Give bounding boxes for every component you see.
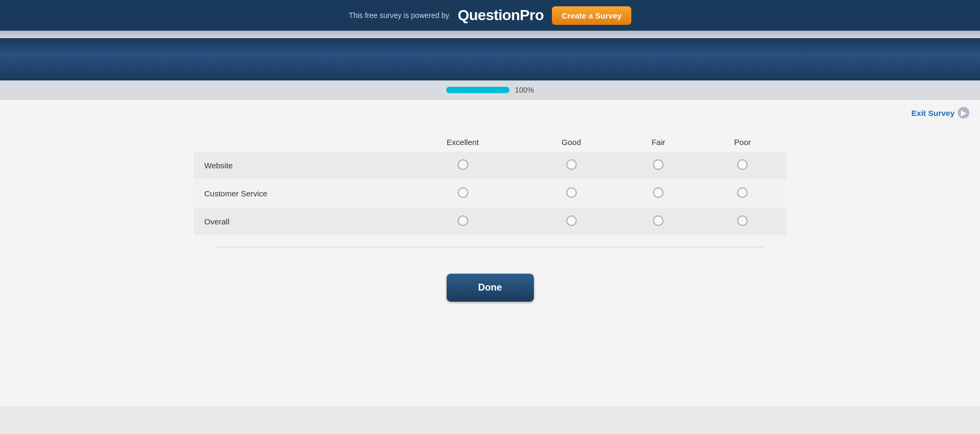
exit-survey-bar: Exit Survey ▶	[0, 100, 980, 122]
cell-fair	[618, 179, 698, 207]
row-label: Customer Service	[194, 179, 401, 207]
radio-good[interactable]	[566, 187, 577, 198]
col-header-poor: Poor	[698, 132, 786, 152]
radio-excellent[interactable]	[458, 215, 468, 226]
powered-by-text: This free survey is powered by	[349, 11, 449, 20]
divider-line	[215, 247, 765, 247]
exit-survey-label: Exit Survey	[911, 108, 955, 117]
cell-fair	[618, 207, 698, 236]
radio-excellent[interactable]	[458, 187, 468, 198]
col-header-excellent: Excellent	[401, 132, 524, 152]
cell-fair	[618, 152, 698, 179]
cell-good	[524, 179, 618, 207]
create-survey-button[interactable]: Create a Survey	[552, 6, 631, 25]
cell-good	[524, 207, 618, 236]
done-area: Done	[194, 258, 786, 323]
col-header-label	[194, 132, 401, 152]
progress-label: 100%	[515, 86, 534, 94]
row-label: Overall	[194, 207, 401, 236]
dark-header	[0, 38, 980, 80]
done-button[interactable]: Done	[447, 274, 534, 302]
survey-table: Excellent Good Fair Poor WebsiteCustomer…	[194, 132, 786, 236]
cell-excellent	[401, 179, 524, 207]
top-banner: This free survey is powered by QuestionP…	[0, 0, 980, 31]
row-label: Website	[194, 152, 401, 179]
radio-fair[interactable]	[653, 159, 664, 170]
radio-good[interactable]	[566, 215, 577, 226]
table-row: Website	[194, 152, 786, 179]
col-header-fair: Fair	[618, 132, 698, 152]
cell-good	[524, 152, 618, 179]
progress-track	[446, 87, 510, 93]
progress-area: 100%	[0, 80, 980, 100]
exit-survey-link[interactable]: Exit Survey ▶	[911, 107, 969, 119]
radio-fair[interactable]	[653, 215, 664, 226]
cell-excellent	[401, 207, 524, 236]
cell-poor	[698, 207, 786, 236]
table-row: Overall	[194, 207, 786, 236]
radio-poor[interactable]	[737, 187, 748, 198]
cell-poor	[698, 179, 786, 207]
progress-fill	[446, 87, 510, 93]
radio-poor[interactable]	[737, 159, 748, 170]
brand-name: QuestionPro	[458, 7, 544, 24]
radio-fair[interactable]	[653, 187, 664, 198]
table-row: Customer Service	[194, 179, 786, 207]
col-header-good: Good	[524, 132, 618, 152]
radio-good[interactable]	[566, 159, 577, 170]
radio-poor[interactable]	[737, 215, 748, 226]
radio-excellent[interactable]	[458, 159, 468, 170]
gray-divider	[0, 31, 980, 38]
main-content: Exit Survey ▶ Excellent Good Fair Poor W…	[0, 100, 980, 406]
cell-poor	[698, 152, 786, 179]
exit-arrow-icon: ▶	[958, 107, 969, 119]
cell-excellent	[401, 152, 524, 179]
survey-container: Excellent Good Fair Poor WebsiteCustomer…	[173, 122, 807, 339]
